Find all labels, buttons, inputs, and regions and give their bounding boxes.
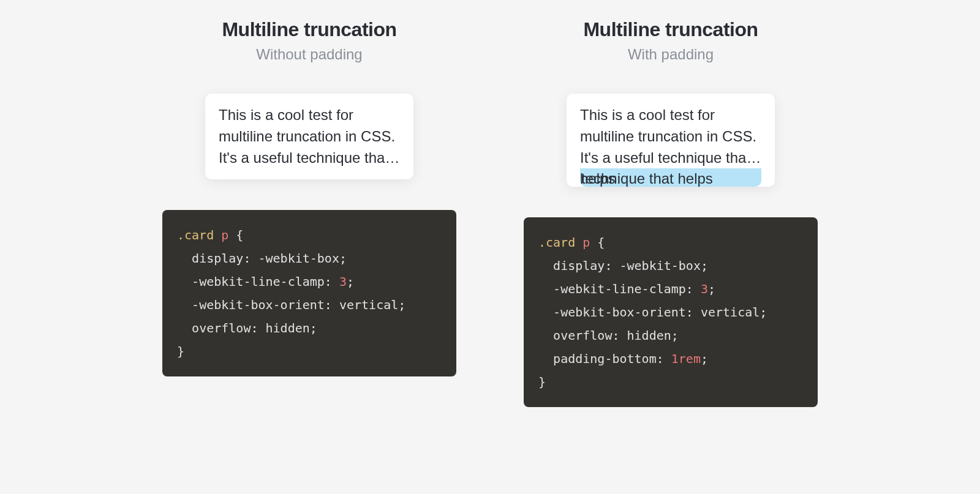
code-val-line-clamp: 3 <box>339 274 347 289</box>
demo-card-with-padding: This is a cool test for multiline trunca… <box>567 94 775 187</box>
code-val-box-orient: vertical <box>701 305 760 320</box>
code-selector-tag: p <box>582 235 590 250</box>
code-val-line-clamp: 3 <box>701 282 708 296</box>
code-prop-display: display <box>553 258 605 273</box>
code-block-with-padding: .card p { display: -webkit-box; -webkit-… <box>524 217 818 407</box>
code-prop-overflow: overflow <box>553 328 612 343</box>
demo-text: This is a cool test for multiline trunca… <box>219 105 400 168</box>
code-selector-class: .card <box>538 235 575 250</box>
code-prop-line-clamp: -webkit-line-clamp <box>553 282 686 296</box>
code-val-padding-bottom: 1rem <box>671 351 701 366</box>
code-prop-overflow: overflow <box>192 321 251 335</box>
code-val-box-orient: vertical <box>339 298 398 312</box>
title: Multiline truncation <box>583 18 758 41</box>
code-prop-display: display <box>192 251 243 266</box>
code-prop-padding-bottom: padding-bottom <box>553 351 657 366</box>
code-val-overflow: hidden <box>627 328 671 343</box>
subtitle: Without padding <box>256 46 362 63</box>
code-brace-close: } <box>538 375 546 389</box>
subtitle: With padding <box>628 46 714 63</box>
code-prop-box-orient: -webkit-box-orient <box>192 298 325 312</box>
code-selector-class: .card <box>177 228 214 242</box>
overflow-peek-line: technique that helps <box>580 168 761 187</box>
code-brace-close: } <box>177 344 184 359</box>
code-prop-line-clamp: -webkit-line-clamp <box>192 274 325 289</box>
code-prop-box-orient: -webkit-box-orient <box>553 305 686 320</box>
example-with-padding: Multiline truncation With padding This i… <box>524 18 818 494</box>
code-val-overflow: hidden <box>266 321 310 335</box>
example-without-padding: Multiline truncation Without padding Thi… <box>162 18 456 494</box>
code-brace-open: { <box>597 235 605 250</box>
title: Multiline truncation <box>222 18 396 41</box>
code-block-without-padding: .card p { display: -webkit-box; -webkit-… <box>162 210 456 376</box>
code-val-display: -webkit-box <box>619 258 700 273</box>
demo-card-without-padding: This is a cool test for multiline trunca… <box>205 94 413 179</box>
code-val-display: -webkit-box <box>258 251 339 266</box>
code-brace-open: { <box>236 228 243 242</box>
code-selector-tag: p <box>221 228 228 242</box>
